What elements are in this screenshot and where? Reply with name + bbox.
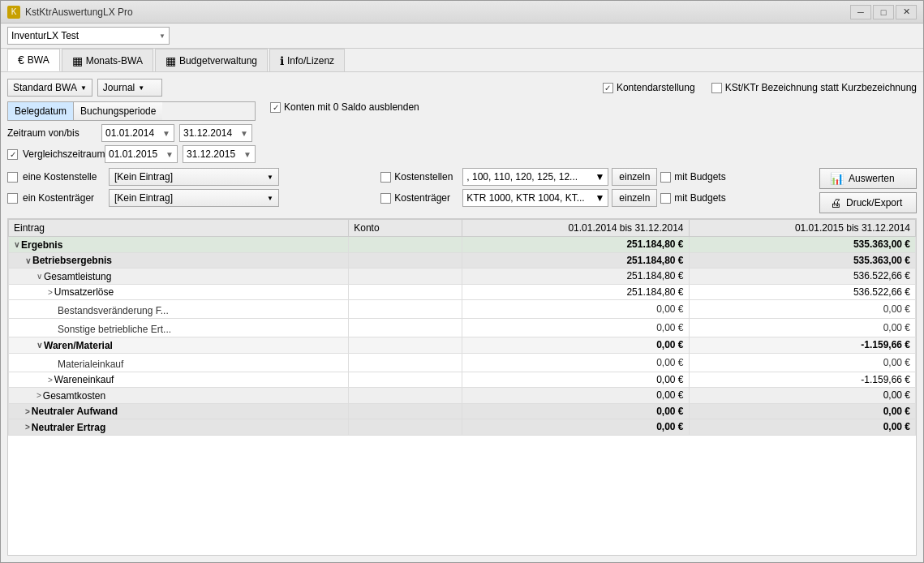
expander-icon[interactable]: ∨ <box>37 272 42 281</box>
druck-export-label: Druck/Export <box>846 197 902 208</box>
kontendarstellung-group: Kontendarstellung <box>603 82 695 93</box>
einzeln-btn-1[interactable]: einzeln <box>612 168 657 186</box>
entry-cell: ∨ Waren/Material <box>9 337 349 354</box>
data-table: Eintrag Konto 01.01.2014 bis 31.12.2014 … <box>7 218 917 556</box>
val1-cell: 0,00 € <box>462 403 690 419</box>
entry-cell: > Umsatzerlöse <box>9 284 349 300</box>
kostentraeger-row: ein Kostenträger [Kein Eintrag] ▼ <box>7 189 279 207</box>
entry-label: Gesamtkosten <box>43 390 105 402</box>
kst-bezeichnung-checkbox[interactable] <box>711 83 722 93</box>
konto-cell <box>349 353 462 372</box>
val2-cell: 536.522,66 € <box>689 269 916 285</box>
kostentraeger-value-dropdown[interactable]: KTR 1000, KTR 1004, KT... ▼ <box>462 189 608 207</box>
date1-to[interactable]: 31.12.2014 ▼ <box>179 124 252 142</box>
date2-to[interactable]: 31.12.2015 ▼ <box>183 145 256 163</box>
kostentraeger-filter-row: Kostenträger KTR 1000, KTR 1004, KT... ▼… <box>380 189 725 207</box>
entry-label: Sonstige betriebliche Ert... <box>58 324 171 335</box>
tab-info-label: Info/Lizenz <box>287 55 334 67</box>
vergleich-row: Vergleichszeitraum 01.01.2015 ▼ 31.12.20… <box>7 145 256 163</box>
expander-icon[interactable]: > <box>37 391 41 400</box>
standard-bwa-label: Standard BWA <box>13 82 77 93</box>
expander-icon[interactable]: ∨ <box>14 240 19 249</box>
val1-cell: 251.184,80 € <box>462 269 690 285</box>
kostentraeger-checkbox[interactable] <box>7 193 18 204</box>
period-tabs: Belegdatum Buchungsperiode <box>7 101 256 121</box>
val2-cell: 536.522,66 € <box>689 284 916 300</box>
tab-budget-label: Budgetverwaltung <box>179 55 257 67</box>
company-dropdown[interactable]: InventurLX Test ▼ <box>7 27 170 45</box>
expander-icon[interactable]: > <box>25 407 30 416</box>
cal-icon-2: ▼ <box>240 129 248 138</box>
konten-0saldo-checkbox[interactable] <box>270 102 281 113</box>
journal-label: Journal <box>103 82 135 93</box>
kostenstelle-row: eine Kostenstelle [Kein Eintrag] ▼ <box>7 168 279 186</box>
druck-export-button[interactable]: 🖨 Druck/Export <box>819 192 917 213</box>
entry-cell: > Neutraler Ertrag <box>9 419 349 436</box>
entry-label: Ergebnis <box>21 239 62 251</box>
journal-arrow: ▼ <box>138 84 144 92</box>
val2-cell: 535.363,00 € <box>689 237 916 253</box>
val2-cell: 0,00 € <box>689 353 916 372</box>
kostenstellen-filter-row: Kostenstellen , 100, 110, 120, 125, 12..… <box>380 168 725 186</box>
tab-info-lizenz[interactable]: ℹ Info/Lizenz <box>269 49 345 71</box>
info-icon: ℹ <box>280 54 284 67</box>
date2-from[interactable]: 01.01.2015 ▼ <box>105 145 178 163</box>
standard-bwa-dropdown[interactable]: Standard BWA ▼ <box>7 79 92 97</box>
val1-cell: 0,00 € <box>462 388 690 404</box>
konto-cell <box>349 403 462 419</box>
table-row: > Neutraler Ertrag 0,00 € 0,00 € <box>9 419 916 436</box>
konto-cell <box>349 337 462 354</box>
tab-monats-bwa-label: Monats-BWA <box>86 55 143 67</box>
kostentraeger-label: ein Kostenträger <box>23 192 104 204</box>
col-header-date1: 01.01.2014 bis 31.12.2014 <box>462 220 690 237</box>
expander-icon[interactable]: > <box>48 376 53 385</box>
kostentraeger-dropdown[interactable]: [Kein Eintrag] ▼ <box>109 189 279 207</box>
company-dropdown-arrow: ▼ <box>159 32 165 40</box>
val1-cell: 251.184,80 € <box>462 252 690 269</box>
date1-from[interactable]: 01.01.2014 ▼ <box>101 124 174 142</box>
konto-cell <box>349 300 462 319</box>
kostenstelle-dropdown[interactable]: [Kein Eintrag] ▼ <box>109 168 279 186</box>
minimize-button[interactable]: ─ <box>850 5 871 19</box>
kostenstellen-filter-checkbox[interactable] <box>380 172 391 183</box>
kontendarstellung-checkbox[interactable] <box>603 83 613 93</box>
company-name: InventurLX Test <box>11 30 79 41</box>
kst-bezeichnung-group: KSt/KTr Bezeichnung statt Kurzbezeichnun… <box>711 82 917 93</box>
buchungsperiode-label: Buchungsperiode <box>80 105 156 117</box>
val2-cell: 0,00 € <box>689 419 916 436</box>
buchungsperiode-tab[interactable]: Buchungsperiode <box>74 102 162 120</box>
entry-label: Wareneinkauf <box>54 374 114 385</box>
maximize-button[interactable]: □ <box>873 5 894 19</box>
kostenstelle-checkbox[interactable] <box>7 172 18 183</box>
vergleich-checkbox[interactable] <box>7 149 18 160</box>
kostentraeger-filter-checkbox[interactable] <box>380 193 391 204</box>
val2-cell: 0,00 € <box>689 388 916 404</box>
expander-icon[interactable]: > <box>25 423 30 432</box>
tab-bwa[interactable]: € BWA <box>7 49 60 71</box>
entry-cell: > Neutraler Aufwand <box>9 403 349 419</box>
table-row: ∨ Betriebsergebnis 251.184,80 € 535.363,… <box>9 252 916 269</box>
tab-monats-bwa[interactable]: ▦ Monats-BWA <box>62 49 153 71</box>
content-area: Standard BWA ▼ Journal ▼ Kontendarstellu… <box>1 72 923 562</box>
table-row: Materialeinkauf 0,00 € 0,00 € <box>9 353 916 372</box>
kostenstellen-value-dropdown[interactable]: , 100, 110, 120, 125, 12... ▼ <box>462 168 608 186</box>
tab-budgetverwaltung[interactable]: ▦ Budgetverwaltung <box>155 49 268 71</box>
title-bar: K KstKtrAuswertungLX Pro ─ □ ✕ <box>1 1 923 24</box>
einzeln-btn-2[interactable]: einzeln <box>612 189 657 207</box>
journal-dropdown[interactable]: Journal ▼ <box>97 79 162 97</box>
window-title: KstKtrAuswertungLX Pro <box>25 6 133 18</box>
expander-icon[interactable]: > <box>48 288 53 297</box>
val2-cell: -1.159,66 € <box>689 337 916 354</box>
close-button[interactable]: ✕ <box>896 5 917 19</box>
budget-icon: ▦ <box>165 54 176 67</box>
expander-icon[interactable]: ∨ <box>37 341 42 350</box>
mit-budgets-2-checkbox[interactable] <box>660 193 671 204</box>
col-header-entry: Eintrag <box>9 220 349 237</box>
val1-cell: 251.184,80 € <box>462 284 690 300</box>
mit-budgets-1-checkbox[interactable] <box>660 172 671 183</box>
belegdatum-tab[interactable]: Belegdatum <box>8 102 74 120</box>
entry-label: Umsatzerlöse <box>54 286 114 298</box>
auswerten-button[interactable]: 📊 Auswerten <box>819 168 917 189</box>
expander-icon[interactable]: ∨ <box>25 256 31 265</box>
kostentraeger-filter-label: Kostenträger <box>394 192 459 204</box>
